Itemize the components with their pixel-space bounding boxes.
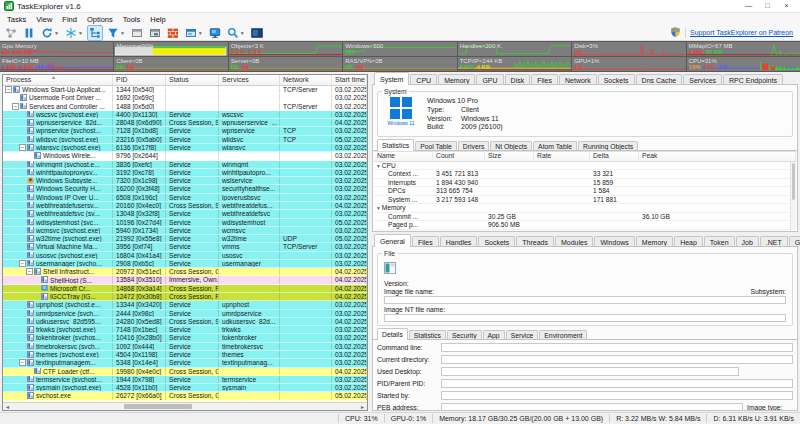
process-row[interactable]: Microsoft Cr...14868 [0x3a14]Cross Sessi…: [3, 285, 367, 293]
stats-row[interactable]: ▾Memory: [374, 204, 796, 213]
process-row[interactable]: −Windows Start-Up Applicat...1344 [0x540…: [3, 86, 367, 94]
tab-statistics[interactable]: Statistics: [377, 139, 414, 151]
process-row[interactable]: wdisystemhost (svc...10196 [0x27d4]Servi…: [3, 219, 367, 227]
find-window-icon[interactable]: [147, 25, 163, 41]
chevron-down-icon[interactable]: ▾: [377, 205, 380, 211]
stats-column-rate[interactable]: Rate: [534, 152, 590, 161]
monitor-icon[interactable]: [207, 25, 223, 41]
process-row[interactable]: w32time (svchost.exe)21992 [0x55e8]Servi…: [3, 235, 367, 243]
chevron-down-icon[interactable]: ▾: [377, 163, 380, 169]
process-row[interactable]: wpnuserservice_82d...28048 [0x6d90]Cross…: [3, 119, 367, 127]
dropdown-arrow-icon[interactable]: ▼: [240, 30, 245, 36]
stats-column-delta[interactable]: Delta: [590, 152, 639, 161]
node-graph-icon[interactable]: [3, 25, 19, 41]
column-header-network[interactable]: Network: [280, 75, 332, 85]
stats-row[interactable]: Paged p...906.50 MB: [374, 221, 796, 230]
tab-statistics[interactable]: Statistics: [409, 330, 446, 340]
process-row[interactable]: upnphost (svchost.e...13344 [0x3420]Serv…: [3, 301, 367, 309]
menu-help[interactable]: Help: [145, 15, 170, 24]
process-row[interactable]: udkusersvc_82d595...24280 [0x5ed8]Cross …: [3, 318, 367, 326]
process-row[interactable]: themes (svchost.exe)4504 [0x1198]Service…: [3, 351, 367, 359]
refresh-icon[interactable]: ▼: [39, 25, 61, 41]
tab-general[interactable]: General: [374, 234, 411, 247]
dropdown-arrow-icon[interactable]: ▼: [120, 30, 125, 36]
scroll-right-arrow[interactable]: ▸: [358, 403, 367, 411]
dropdown-arrow-icon[interactable]: ▼: [54, 30, 59, 36]
stats-row[interactable]: ▾CPU: [374, 162, 796, 171]
process-row[interactable]: svchost.exe26272 [0x66a0]Cross Session, …: [3, 392, 367, 400]
pause-icon[interactable]: [21, 25, 37, 41]
tab-token[interactable]: Token: [704, 236, 735, 247]
process-row[interactable]: −textinputmanagem...5348 [0x14e4]Service…: [3, 359, 367, 367]
used-desktop-input[interactable]: [441, 367, 739, 376]
process-row[interactable]: trkwks (svchost.exe)7148 [0x1bec]Service…: [3, 326, 367, 334]
menu-options[interactable]: Options: [82, 15, 118, 24]
stats-scrollbar[interactable]: [790, 162, 796, 230]
process-row[interactable]: termservice (svchost...1944 [0x798]Servi…: [3, 376, 367, 384]
process-row[interactable]: Windows Wirele...9796 [0x2644]03.02.2025…: [3, 152, 367, 160]
process-row[interactable]: −Shell Infrastruct...20972 [0x51ec]Cross…: [3, 268, 367, 276]
maximize-button[interactable]: □: [758, 0, 777, 12]
process-row[interactable]: −Services and Controller ...1488 [0x5d0]…: [3, 103, 367, 111]
tab-service[interactable]: Service: [506, 330, 539, 340]
stats-column-peak[interactable]: Peak: [639, 152, 796, 161]
menu-find[interactable]: Find: [57, 15, 82, 24]
tree-expander[interactable]: −: [19, 260, 26, 267]
pid-parent-pid-input[interactable]: [441, 379, 793, 388]
tree-expander[interactable]: −: [26, 268, 33, 275]
process-row[interactable]: webthreatdefusersv...20160 [0x4ec0]Cross…: [3, 202, 367, 210]
tree-expander[interactable]: −: [12, 103, 19, 110]
tab-cpu[interactable]: CPU: [410, 74, 437, 85]
tab-app[interactable]: App: [483, 330, 505, 340]
tab-running-objects[interactable]: Running Objects: [578, 141, 638, 151]
bring-window-icon[interactable]: [129, 25, 145, 41]
process-row[interactable]: webthreatdefsvc (sv...13048 [0x32f8]Serv…: [3, 210, 367, 218]
patreon-link[interactable]: Support TaskExplorer on Patreon: [690, 29, 793, 36]
process-row[interactable]: −usermanager (svcho...2908 [0xb5c]Servic…: [3, 260, 367, 268]
tab-sockets[interactable]: Sockets: [478, 236, 515, 247]
dropdown-arrow-icon[interactable]: ▼: [198, 30, 203, 36]
peb-address-input[interactable]: [441, 403, 743, 411]
process-row[interactable]: IGCCTray (IG...12472 [0x30b8]Cross Sessi…: [3, 293, 367, 301]
panel-icon[interactable]: [249, 25, 265, 41]
column-header-process[interactable]: Process: [3, 75, 113, 85]
tab-environment[interactable]: Environment: [539, 330, 587, 340]
process-row[interactable]: usosvc (svchost.exe)16804 [0x41a4]Servic…: [3, 252, 367, 260]
stats-scrollbar-thumb[interactable]: [792, 163, 795, 200]
process-row[interactable]: −wlansvc (svchost.exe)6136 [0x17f8]Servi…: [3, 144, 367, 152]
tab-files[interactable]: Files: [412, 236, 439, 247]
process-row[interactable]: wpnservice (svchost...7128 [0x1bd8]Servi…: [3, 127, 367, 135]
process-row[interactable]: CTF Loader (ctf...19980 [0x4e0c]Cross Se…: [3, 368, 367, 376]
scrollbar-thumb[interactable]: [124, 404, 192, 409]
menu-tasks[interactable]: Tasks: [2, 15, 31, 24]
freeze-icon[interactable]: ▼: [63, 25, 85, 41]
process-row[interactable]: wscsvc (svchost.exe)4400 [0x1130]Service…: [3, 111, 367, 119]
column-header-status[interactable]: Status: [166, 75, 219, 85]
process-row[interactable]: winhttpautoproxysv...3192 [0xc78]Service…: [3, 169, 367, 177]
tab-heap[interactable]: Heap: [674, 236, 703, 247]
process-row[interactable]: ShellHost (S...13584 [0x3510]Immersive, …: [3, 276, 367, 284]
process-row[interactable]: Windows IP Over U...6508 [0x196c]Service…: [3, 194, 367, 202]
dropdown-arrow-icon[interactable]: ▼: [78, 30, 83, 36]
tab-atom-table[interactable]: Atom Table: [533, 141, 577, 151]
tab-network[interactable]: Network: [559, 74, 597, 85]
tab-disk[interactable]: Disk: [505, 74, 531, 85]
process-row[interactable]: tokenbroker (svchos...10416 [0x28b0]Serv…: [3, 334, 367, 342]
column-header-pid[interactable]: PID: [113, 75, 166, 85]
tab-details[interactable]: Details: [377, 328, 408, 340]
tab-dns-cache[interactable]: Dns Cache: [636, 74, 683, 85]
command-line-input[interactable]: [441, 343, 793, 352]
process-row[interactable]: timebrokersvc (svch...1092 [0x444]Servic…: [3, 343, 367, 351]
tree-expander[interactable]: −: [5, 86, 12, 93]
process-row[interactable]: winmgmt (svchost.e...3836 [0xefc]Service…: [3, 161, 367, 169]
tab-files[interactable]: Files: [531, 74, 558, 85]
stats-row[interactable]: System ...3 217 593 148171 881: [374, 196, 796, 205]
minimize-button[interactable]: —: [739, 0, 758, 12]
stats-row[interactable]: Context ...3 451 721 81333 321: [374, 170, 796, 179]
image-file-input[interactable]: [384, 296, 786, 304]
process-row[interactable]: Windows Security H...16200 [0x3f48]Servi…: [3, 185, 367, 193]
search-icon[interactable]: ▼: [225, 25, 247, 41]
stats-row[interactable]: Commit ...30.25 GB36.10 GB: [374, 213, 796, 222]
tree-expander[interactable]: −: [19, 144, 26, 151]
scroll-left-arrow[interactable]: ◂: [3, 403, 12, 411]
